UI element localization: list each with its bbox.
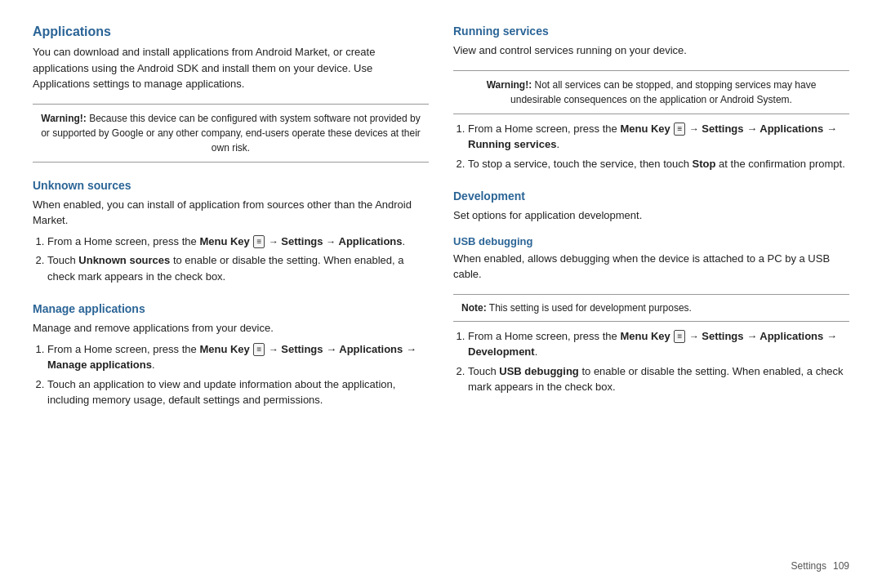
step2-text-before: Touch (47, 254, 78, 266)
unknown-sources-step-1: From a Home screen, press the Menu Key ≡… (47, 234, 429, 250)
dev-step1-menukey: Menu Key (620, 330, 670, 342)
running-services-title: Running services (453, 24, 849, 38)
warning-label-left: Warning!: (41, 113, 87, 124)
step1-period: . (403, 235, 406, 247)
warning-text-right: Not all services can be stopped, and sto… (510, 79, 816, 105)
run-step2-stop: Stop (693, 158, 716, 170)
unknown-sources-steps: From a Home screen, press the Menu Key ≡… (33, 234, 429, 288)
manage-step-1: From a Home screen, press the Menu Key ≡… (47, 341, 429, 373)
note-label: Note: (461, 302, 487, 314)
warning-label-right: Warning!: (487, 79, 532, 91)
applications-intro: You can download and install application… (33, 44, 429, 92)
running-step-1: From a Home screen, press the Menu Key ≡… (468, 121, 849, 153)
manage-step1-arrow: → (269, 344, 281, 355)
step1-applications: Applications (339, 235, 403, 247)
footer: Settings 109 (33, 554, 849, 572)
warning-box-right: Warning!: Not all services can be stoppe… (453, 70, 849, 114)
manage-step-2: Touch an application to view and update … (47, 376, 429, 408)
unknown-sources-title: Unknown sources (33, 179, 429, 192)
manage-step1-period: . (152, 359, 155, 371)
unknown-sources-desc: When enabled, you can install of applica… (33, 197, 429, 229)
step1-bold2: Settings (281, 235, 323, 247)
development-desc: Set options for application development. (453, 207, 849, 224)
menu-key-icon-4: ≡ (674, 330, 685, 343)
dev-step1-period: . (535, 345, 538, 358)
usb-debugging-desc: When enabled, allows debugging when the … (453, 251, 849, 283)
manage-applications-title: Manage applications (33, 302, 429, 315)
page: Applications You can download and instal… (0, 0, 882, 588)
run-step1-arrow: → (689, 123, 702, 135)
run-step2-after: at the confirmation prompt. (719, 158, 845, 170)
running-services-steps: From a Home screen, press the Menu Key ≡… (453, 121, 849, 176)
run-step1-menukey: Menu Key (620, 122, 670, 135)
manage-step1-menukey: Menu Key (199, 343, 249, 355)
footer-section: Settings (791, 560, 826, 572)
left-column: Applications You can download and instal… (33, 24, 429, 554)
menu-key-icon-3: ≡ (674, 122, 685, 136)
menu-key-icon-2: ≡ (253, 343, 265, 356)
step1-menukey: Menu Key (199, 235, 249, 247)
manage-step1-before: From a Home screen, press the (47, 343, 199, 355)
development-steps: From a Home screen, press the Menu Key ≡… (453, 328, 849, 399)
right-column: Running services View and control servic… (453, 24, 849, 554)
dev-step-2: Touch USB debugging to enable or disable… (468, 363, 849, 395)
dev-step-1: From a Home screen, press the Menu Key ≡… (468, 328, 849, 360)
run-step1-period: . (556, 138, 559, 150)
run-step2-before: To stop a service, touch the service, th… (468, 158, 693, 170)
manage-applications-desc: Manage and remove applications from your… (33, 320, 429, 336)
warning-text-left: Because this device can be configured wi… (41, 113, 421, 154)
running-services-desc: View and control services running on you… (453, 42, 849, 59)
dev-step2-before: Touch (468, 365, 499, 377)
step1-arrow2: → (326, 236, 338, 247)
run-step1-before: From a Home screen, press the (468, 122, 620, 135)
dev-step1-before: From a Home screen, press the (468, 330, 620, 342)
menu-key-icon-1: ≡ (253, 235, 265, 248)
note-box: Note: This setting is used for developme… (453, 294, 849, 322)
warning-box-left: Warning!: Because this device can be con… (33, 104, 429, 163)
manage-step2-text: Touch an application to view and update … (47, 378, 395, 407)
step1-arrow: → (269, 236, 281, 247)
applications-title: Applications (33, 24, 429, 39)
footer-right: Settings 109 (791, 560, 849, 572)
step1-text-before: From a Home screen, press the (47, 235, 199, 247)
dev-step2-bold: USB debugging (499, 365, 579, 377)
development-title: Development (453, 189, 849, 203)
note-text-content: This setting is used for development pur… (489, 302, 692, 314)
usb-debugging-title: USB debugging (453, 235, 849, 247)
footer-page: 109 (833, 560, 849, 572)
content-columns: Applications You can download and instal… (33, 24, 849, 554)
dev-step1-arrow: → (689, 331, 702, 342)
unknown-sources-step-2: Touch Unknown sources to enable or disab… (47, 252, 429, 284)
running-step-2: To stop a service, touch the service, th… (468, 156, 849, 172)
manage-applications-steps: From a Home screen, press the Menu Key ≡… (33, 341, 429, 412)
step2-bold: Unknown sources (78, 254, 170, 266)
